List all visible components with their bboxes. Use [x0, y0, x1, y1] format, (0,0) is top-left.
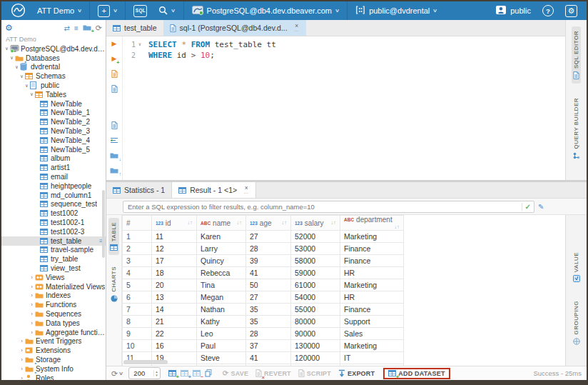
tree-item-newtable[interactable]: NewTable — [1, 99, 106, 109]
column-header-id[interactable]: 123id↓↑ — [152, 216, 197, 231]
grid-cell[interactable]: Finance — [340, 304, 404, 316]
grid-cell[interactable]: Marketing — [340, 340, 404, 352]
revert-button[interactable]: ×REVERT — [255, 369, 291, 377]
grid-cell[interactable]: Leo — [197, 328, 246, 340]
tree-item-test1002[interactable]: test1002 — [1, 209, 106, 218]
row-limit-stepper[interactable]: ▴▾ — [128, 367, 161, 379]
grid-cell[interactable]: 39 — [246, 255, 291, 267]
grid-cell[interactable]: HR — [340, 267, 404, 279]
tree-item-data-types[interactable]: ›Data types — [1, 319, 106, 328]
tree-item-system-info[interactable]: ›▪System Info — [1, 364, 106, 374]
grid-cell[interactable]: IT — [340, 364, 404, 366]
grid-cell[interactable]: 35 — [246, 364, 291, 366]
tab-menu-dots[interactable]: … — [243, 190, 249, 194]
sort-icon[interactable]: ↓↑ — [331, 219, 337, 226]
editor-side-tab-query-builder[interactable]: QUERY BUILDER — [572, 94, 582, 164]
code-line[interactable]: 1∨SELECT * FROM test_table tt — [123, 39, 565, 50]
script-button[interactable]: SCRIPT — [298, 369, 331, 377]
grid-cell[interactable]: Sales — [340, 328, 404, 340]
grid-cell[interactable]: 55000 — [291, 304, 340, 316]
tree-item-md-column1[interactable]: md_column1 — [1, 191, 106, 200]
tree-item-newtable-1[interactable]: NewTable_1 — [1, 109, 106, 118]
tree-item-view-test[interactable]: view_test — [1, 264, 106, 273]
result-side-tab-value[interactable]: VALUE — [572, 248, 582, 286]
column-header-age[interactable]: 123age↓↑ — [246, 216, 291, 231]
expand-closed-icon[interactable]: › — [19, 339, 25, 344]
expand-open-icon[interactable]: ∨ — [24, 83, 30, 89]
sort-icon[interactable]: ↓↑ — [395, 224, 400, 230]
tree-item-roles[interactable]: ›Roles — [1, 374, 106, 380]
clear-filter-icon[interactable]: ✎ — [538, 203, 544, 211]
user-menu[interactable]: public — [490, 1, 536, 20]
expand-closed-icon[interactable]: › — [19, 376, 25, 380]
grid-cell[interactable]: Olivia — [197, 364, 246, 366]
tree-item-try-table[interactable]: try_table — [1, 254, 106, 264]
grid-cell[interactable]: 59000 — [291, 267, 340, 279]
export-button[interactable]: EXPORT — [338, 369, 375, 377]
expand-open-icon[interactable]: ∨ — [4, 46, 10, 51]
tree-item-newtable-5[interactable]: NewTable_5 — [1, 145, 106, 154]
expand-closed-icon[interactable]: › — [29, 302, 35, 307]
grid-cell[interactable]: Finance — [340, 255, 404, 267]
row-number-cell[interactable]: 2 — [123, 243, 152, 255]
tree-item-extensions[interactable]: ›Extensions — [1, 346, 106, 355]
grid-cell[interactable]: 28 — [246, 328, 291, 340]
column-header-name[interactable]: ABCname↓↑ — [197, 216, 246, 231]
tree-item-public[interactable]: ∨public — [1, 81, 106, 90]
execute-script-button[interactable] — [108, 69, 120, 79]
code-line[interactable]: 2WHERE id > 10; — [123, 50, 565, 61]
grid-cell[interactable]: 53000 — [291, 243, 340, 255]
result-tab-result-1-1[interactable]: Result - 1 <1>×… — [171, 182, 256, 198]
grid-cell[interactable]: 28 — [246, 243, 291, 255]
expand-closed-icon[interactable]: › — [19, 357, 25, 362]
grid-cell[interactable]: 41 — [246, 352, 291, 364]
grid-cell[interactable]: Rebecca — [197, 267, 246, 279]
row-limit-input[interactable] — [131, 369, 153, 378]
grid-cell[interactable]: Larry — [197, 243, 246, 255]
row-number-cell[interactable]: 5 — [123, 279, 152, 291]
tree-item-storage[interactable]: ›▪Storage — [1, 355, 106, 364]
row-number-cell[interactable]: 10 — [123, 340, 152, 352]
horizontal-scrollbar[interactable] — [123, 360, 168, 364]
grid-cell[interactable]: 52000 — [291, 231, 340, 243]
grid-cell[interactable]: 54000 — [291, 291, 340, 304]
grid-cell[interactable]: 35 — [246, 316, 291, 328]
grid-cell[interactable]: HR — [340, 291, 404, 304]
grid-cell[interactable]: 18 — [152, 267, 197, 279]
grid-cell[interactable]: Tina — [197, 279, 246, 291]
grid-cell[interactable]: Paul — [197, 340, 246, 352]
row-number-cell[interactable]: 6 — [123, 291, 152, 304]
navigator-settings-button[interactable]: ⚙ — [5, 24, 13, 32]
refresh-tree-button[interactable]: ⟳ — [96, 24, 102, 32]
new-folder-button[interactable]: + — [83, 24, 91, 32]
tree-item-aggregate-functions[interactable]: ›Aggregate functions — [1, 328, 106, 337]
tree-item-newtable-4[interactable]: NewTable_4 — [1, 136, 106, 145]
tree-item-views[interactable]: ›Views — [1, 273, 106, 282]
tree-item-dvdrental[interactable]: ∨dvdrental — [1, 63, 106, 72]
grid-cell[interactable]: Finance — [340, 243, 404, 255]
result-view-tab-charts[interactable]: CHARTS — [109, 262, 119, 306]
open-sql-editor-button[interactable]: SQL — [128, 1, 152, 20]
grid-cell[interactable]: Kathy — [197, 316, 246, 328]
grid-cell[interactable]: Steve — [197, 352, 246, 364]
grid-cell[interactable]: 80000 — [291, 316, 340, 328]
expand-open-icon[interactable]: ∨ — [14, 64, 20, 70]
tree-item-test1002-1[interactable]: test1002-1 — [1, 218, 106, 227]
grid-cell[interactable]: 90000 — [291, 328, 340, 340]
row-number-cell[interactable]: 7 — [123, 304, 152, 316]
add-dataset-button[interactable]: +ADD DATASET — [388, 370, 445, 377]
grid-cell[interactable]: 35 — [246, 304, 291, 316]
open-script-button[interactable] — [108, 121, 120, 130]
load-from-folder-button[interactable]: ↑ — [108, 166, 120, 175]
grid-cell[interactable]: 14 — [152, 304, 197, 316]
format-button[interactable] — [108, 136, 120, 145]
grid-cell[interactable]: 17 — [152, 255, 197, 267]
apply-filter-icon[interactable]: ✓ — [522, 203, 534, 211]
row-number-cell[interactable]: 4 — [123, 267, 152, 279]
grid-cell[interactable]: IT — [340, 352, 404, 364]
grid-cell[interactable]: Marketing — [340, 231, 404, 243]
expand-closed-icon[interactable]: › — [29, 293, 35, 298]
result-view-tab-table[interactable]: TABLE — [108, 218, 119, 255]
expand-closed-icon[interactable]: › — [29, 321, 35, 326]
app-logo[interactable] — [6, 1, 31, 20]
